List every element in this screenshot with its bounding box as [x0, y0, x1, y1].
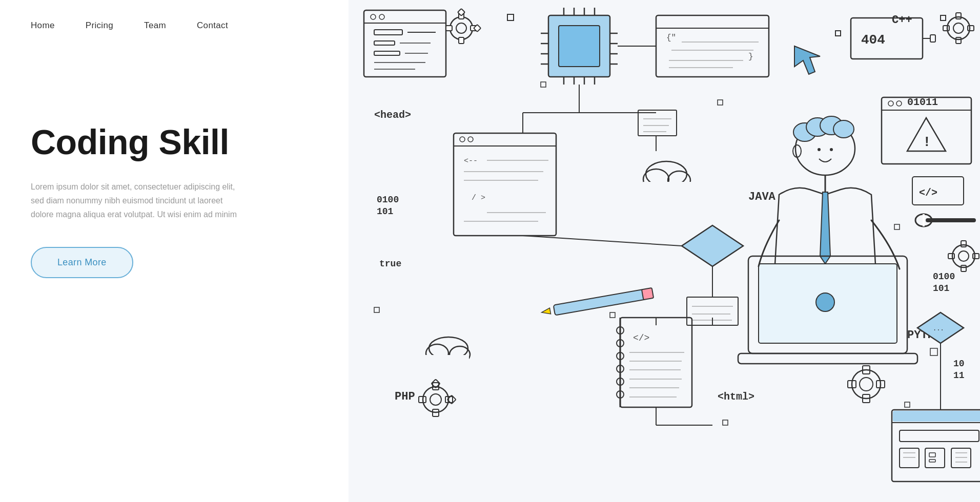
svg-rect-187 [929, 453, 935, 457]
svg-text:0100: 0100 [377, 195, 399, 205]
svg-rect-104 [973, 254, 979, 259]
svg-rect-102 [961, 265, 966, 271]
svg-text:C++: C++ [892, 14, 912, 27]
svg-rect-101 [961, 241, 966, 247]
svg-marker-108 [682, 225, 743, 266]
svg-rect-51 [930, 35, 935, 42]
svg-rect-199 [905, 402, 910, 407]
svg-point-13 [456, 23, 466, 33]
svg-point-121 [818, 148, 821, 151]
svg-point-120 [833, 120, 854, 138]
svg-point-99 [952, 245, 975, 267]
svg-text:JAVA: JAVA [748, 191, 776, 203]
learn-more-button[interactable]: Learn More [31, 247, 133, 278]
svg-rect-195 [718, 100, 723, 105]
svg-point-128 [816, 293, 834, 311]
svg-point-70 [468, 137, 473, 142]
svg-text:true: true [379, 259, 401, 269]
svg-rect-200 [374, 307, 379, 312]
svg-point-69 [460, 137, 465, 142]
svg-rect-194 [930, 348, 937, 355]
svg-rect-136 [425, 355, 469, 365]
nav-pricing[interactable]: Pricing [86, 20, 113, 31]
svg-point-138 [430, 394, 441, 405]
svg-text:{": {" [666, 33, 676, 43]
svg-text:<--: <-- [464, 157, 478, 165]
svg-text:!: ! [925, 134, 929, 149]
svg-point-100 [958, 251, 969, 261]
svg-point-137 [423, 387, 448, 412]
left-panel: Home Pricing Team Contact Coding Skill L… [0, 0, 349, 502]
svg-rect-59 [507, 14, 514, 20]
nav-team[interactable]: Team [144, 20, 166, 31]
svg-text:11: 11 [953, 370, 965, 381]
svg-point-12 [450, 17, 473, 39]
svg-rect-130 [554, 289, 646, 316]
svg-rect-182 [900, 430, 979, 442]
svg-rect-61 [941, 15, 946, 20]
svg-rect-67 [454, 133, 556, 236]
svg-text:}: } [748, 52, 753, 61]
svg-point-167 [860, 378, 873, 391]
svg-text:</>: </> [919, 187, 937, 199]
svg-rect-181 [893, 411, 980, 422]
svg-rect-60 [835, 31, 841, 36]
navigation: Home Pricing Team Contact [0, 0, 318, 31]
svg-marker-125 [820, 192, 830, 264]
svg-rect-201 [541, 82, 546, 87]
svg-point-53 [953, 23, 964, 33]
nav-home[interactable]: Home [31, 20, 55, 31]
svg-marker-131 [541, 308, 551, 316]
svg-text:101: 101 [933, 283, 950, 294]
svg-rect-132 [642, 288, 654, 300]
nav-contact[interactable]: Contact [197, 20, 228, 31]
svg-rect-54 [956, 13, 961, 19]
svg-text:</>: </> [633, 333, 649, 343]
svg-rect-189 [951, 448, 971, 468]
svg-point-52 [947, 17, 970, 39]
svg-text:PHP: PHP [395, 390, 415, 403]
svg-rect-6 [374, 41, 395, 45]
svg-rect-103 [948, 254, 954, 259]
hero-description: Lorem ipsum dolor sit amet, consectetuer… [31, 180, 246, 222]
svg-rect-4 [374, 30, 402, 35]
svg-rect-81 [643, 182, 692, 193]
svg-text:01011: 01011 [907, 96, 938, 108]
svg-rect-21 [559, 26, 600, 67]
svg-rect-15 [459, 37, 464, 44]
svg-point-122 [830, 148, 833, 151]
svg-text:...: ... [933, 325, 944, 332]
svg-point-2 [371, 14, 376, 19]
svg-rect-146 [620, 318, 692, 407]
right-panel: {" } 404 C++ <head> [349, 0, 980, 502]
svg-point-91 [896, 101, 902, 106]
svg-rect-188 [929, 459, 935, 462]
svg-text:10: 10 [953, 359, 965, 369]
svg-rect-56 [943, 26, 949, 31]
svg-rect-0 [364, 10, 446, 77]
coding-illustration: {" } 404 C++ <head> [349, 0, 980, 502]
svg-rect-183 [900, 448, 919, 468]
svg-rect-197 [610, 312, 615, 318]
svg-line-109 [523, 236, 682, 246]
svg-rect-16 [446, 26, 452, 31]
svg-text:/ >: / > [472, 194, 485, 202]
svg-text:<head>: <head> [374, 109, 411, 121]
svg-rect-198 [723, 420, 728, 425]
svg-text:404: 404 [861, 32, 885, 48]
svg-rect-55 [956, 37, 961, 44]
page-title: Coding Skill [31, 123, 318, 161]
svg-rect-196 [894, 224, 900, 229]
svg-text:<html>: <html> [718, 391, 754, 403]
svg-marker-47 [794, 46, 820, 74]
svg-text:0100: 0100 [933, 271, 955, 282]
svg-rect-186 [925, 448, 945, 468]
svg-point-90 [888, 101, 893, 106]
svg-text:101: 101 [377, 206, 394, 217]
svg-rect-129 [738, 353, 917, 364]
svg-rect-57 [968, 26, 974, 31]
hero-content: Coding Skill Lorem ipsum dolor sit amet,… [31, 123, 318, 278]
svg-rect-8 [374, 51, 400, 55]
svg-point-3 [379, 14, 384, 19]
